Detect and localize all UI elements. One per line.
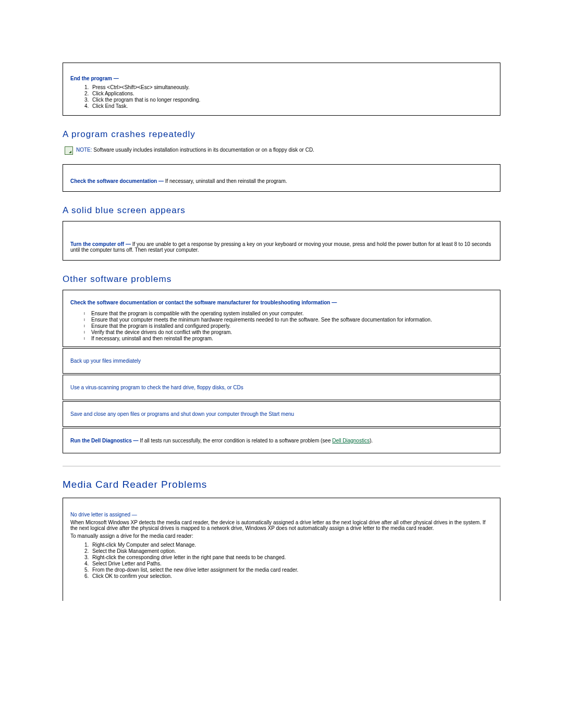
step-item: Right-click the corresponding drive lett… <box>90 554 493 560</box>
othersoft-box-5: Run the Dell Diagnostics — If all tests … <box>63 428 500 453</box>
end-program-steps: Press <Ctrl><Shift><Esc> simultaneously.… <box>81 84 493 109</box>
othersoft-row3: Use a virus-scanning program to check th… <box>70 385 243 390</box>
media-para1: When Microsoft Windows XP detects the me… <box>70 520 493 531</box>
dell-diagnostics-link[interactable]: Dell Diagnostics <box>332 438 370 443</box>
list-item: Ensure that the program is installed and… <box>84 323 493 329</box>
othersoft-box-4: Save and close any open files or program… <box>63 401 500 427</box>
list-item: Verify that the device drivers do not co… <box>84 329 493 335</box>
end-program-title: End the program — <box>70 76 119 81</box>
step-item: Select the Disk Management option. <box>90 548 493 554</box>
step-item: Select Drive Letter and Paths. <box>90 561 493 566</box>
crashes-box: Check the software documentation — If ne… <box>63 164 500 192</box>
media-sub: No drive letter is assigned — <box>70 512 137 517</box>
media-heading: Media Card Reader Problems <box>63 479 500 490</box>
note-row: NOTE: Software usually includes installa… <box>65 147 500 155</box>
crashes-box-rest: If necessary, uninstall and then reinsta… <box>164 178 287 184</box>
othersoft-row2: Back up your files immediately <box>70 358 141 364</box>
bluescreen-box-lead: Turn the computer off — <box>70 241 131 247</box>
end-program-box: End the program — Press <Ctrl><Shift><Es… <box>63 63 500 116</box>
othersoft-box-3: Use a virus-scanning program to check th… <box>63 375 500 400</box>
list-item: Ensure that the program is compatible wi… <box>84 311 493 316</box>
othersoft-row5-lead: Run the Dell Diagnostics — <box>70 438 139 443</box>
bluescreen-box-rest: If you are unable to get a response by p… <box>70 241 491 253</box>
note-icon <box>65 146 73 155</box>
crashes-heading: A program crashes repeatedly <box>63 129 500 140</box>
othersoft-heading: Other software problems <box>63 274 500 285</box>
list-item: Ensure that your computer meets the mini… <box>84 317 493 323</box>
step-item: Click Applications. <box>90 91 493 96</box>
section-divider <box>63 466 500 466</box>
note-text: NOTE: Software usually includes installa… <box>76 147 314 153</box>
othersoft-row5-rest: If all tests run successfully, the error… <box>139 438 333 443</box>
step-item: Click OK to confirm your selection. <box>90 573 493 579</box>
bluescreen-heading: A solid blue screen appears <box>63 205 500 216</box>
media-steps: Right-click My Computer and select Manag… <box>81 542 493 579</box>
crashes-box-lead: Check the software documentation — <box>70 178 164 184</box>
bluescreen-box: Turn the computer off — If you are unabl… <box>63 221 500 261</box>
note-label: NOTE: <box>76 147 92 153</box>
document-page: End the program — Press <Ctrl><Shift><Es… <box>0 0 563 633</box>
media-box: No drive letter is assigned — When Micro… <box>63 498 500 601</box>
step-item: Press <Ctrl><Shift><Esc> simultaneously. <box>90 84 493 90</box>
media-para2: To manually assign a drive for the media… <box>70 533 493 539</box>
step-item: From the drop-down list, select the new … <box>90 567 493 573</box>
list-item: If necessary, uninstall and then reinsta… <box>84 336 493 341</box>
othersoft-lead: Check the software documentation or cont… <box>70 300 337 305</box>
note-body: Software usually includes installation i… <box>92 147 314 153</box>
step-item: Click End Task. <box>90 103 493 109</box>
othersoft-bullets: Ensure that the program is compatible wi… <box>84 311 493 341</box>
step-item: Right-click My Computer and select Manag… <box>90 542 493 548</box>
step-item: Click the program that is no longer resp… <box>90 97 493 103</box>
othersoft-box-1: Check the software documentation or cont… <box>63 290 500 347</box>
othersoft-row5-end: ). <box>370 438 373 443</box>
othersoft-row4: Save and close any open files or program… <box>70 411 294 417</box>
othersoft-box-2: Back up your files immediately <box>63 348 500 374</box>
